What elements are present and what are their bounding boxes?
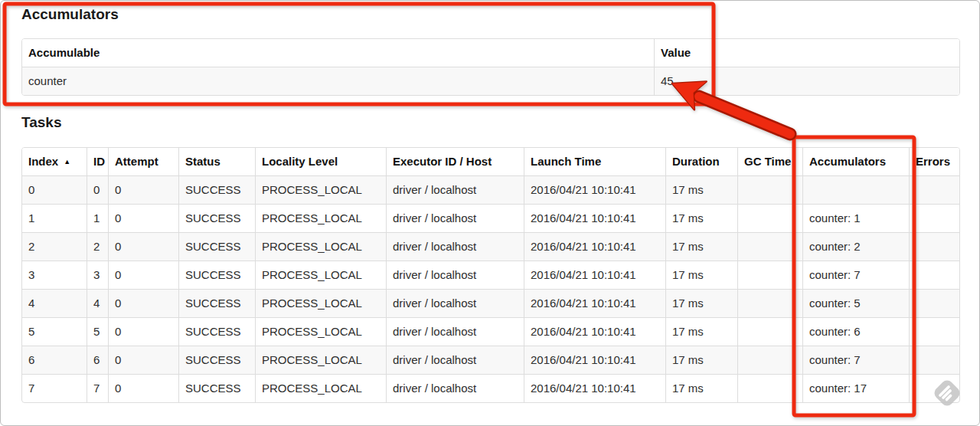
cell-locality: PROCESS_LOCAL [255,374,386,402]
col-header-duration[interactable]: Duration [665,148,737,175]
sort-ascending-icon: ▲ [64,158,70,165]
cell-launch-time: 2016/04/21 10:10:41 [524,317,665,346]
cell-gc-time [737,175,802,204]
cell-launch-time: 2016/04/21 10:10:41 [524,175,665,204]
cell-launch-time: 2016/04/21 10:10:41 [524,374,665,402]
cell-attempt: 0 [108,317,178,346]
cell-errors [909,317,960,346]
cell-executor: driver / localhost [386,261,524,289]
table-row: 220SUCCESSPROCESS_LOCALdriver / localhos… [22,232,960,261]
cell-executor: driver / localhost [386,289,524,317]
table-row: counter45 [22,67,960,95]
col-header-index[interactable]: Index▲ [22,148,87,175]
cell-accumulators: counter: 17 [802,374,909,402]
cell-launch-time: 2016/04/21 10:10:41 [524,346,665,374]
cell-id: 7 [87,374,108,402]
cell-index: 7 [22,374,87,402]
cell-status: SUCCESS [178,204,255,232]
cell-gc-time [737,374,802,402]
col-header-index-label: Index [28,155,58,168]
tasks-section-title: Tasks [21,114,61,131]
cell-locality: PROCESS_LOCAL [255,261,386,289]
col-header-executor-id-host[interactable]: Executor ID / Host [386,148,524,175]
cell-status: SUCCESS [178,232,255,261]
table-row: 660SUCCESSPROCESS_LOCALdriver / localhos… [22,346,960,374]
cell-id: 0 [87,175,108,204]
col-header-errors[interactable]: Errors [909,148,960,175]
cell-duration: 17 ms [665,232,737,261]
cell-locality: PROCESS_LOCAL [255,289,386,317]
cell-launch-time: 2016/04/21 10:10:41 [524,232,665,261]
cell-accumulators [802,175,909,204]
cell-attempt: 0 [108,374,178,402]
cell-id: 3 [87,261,108,289]
cell-accumulators: counter: 7 [802,261,909,289]
cell-attempt: 0 [108,346,178,374]
cell-errors [909,374,960,402]
cell-duration: 17 ms [665,175,737,204]
cell-gc-time [737,232,802,261]
cell-id: 5 [87,317,108,346]
table-row: 550SUCCESSPROCESS_LOCALdriver / localhos… [22,317,960,346]
cell-index: 6 [22,346,87,374]
cell-locality: PROCESS_LOCAL [255,175,386,204]
cell-gc-time [737,346,802,374]
cell-status: SUCCESS [178,346,255,374]
col-header-gc-time[interactable]: GC Time [737,148,802,175]
cell-launch-time: 2016/04/21 10:10:41 [524,261,665,289]
cell-executor: driver / localhost [386,232,524,261]
cell-accumulators: counter: 5 [802,289,909,317]
cell-locality: PROCESS_LOCAL [255,232,386,261]
table-row: 440SUCCESSPROCESS_LOCALdriver / localhos… [22,289,960,317]
table-row: 000SUCCESSPROCESS_LOCALdriver / localhos… [22,175,960,204]
cell-launch-time: 2016/04/21 10:10:41 [524,204,665,232]
cell-locality: PROCESS_LOCAL [255,346,386,374]
cell-attempt: 0 [108,261,178,289]
cell-duration: 17 ms [665,204,737,232]
cell-status: SUCCESS [178,374,255,402]
cell-accumulable: counter [22,67,654,95]
cell-gc-time [737,261,802,289]
cell-status: SUCCESS [178,175,255,204]
accumulators-table: Accumulable Value counter45 [21,38,960,96]
table-row: 110SUCCESSPROCESS_LOCALdriver / localhos… [22,204,960,232]
cell-id: 4 [87,289,108,317]
table-row: 770SUCCESSPROCESS_LOCALdriver / localhos… [22,374,960,402]
cell-gc-time [737,289,802,317]
cell-index: 3 [22,261,87,289]
cell-status: SUCCESS [178,317,255,346]
accumulators-header-row: Accumulable Value [22,39,960,67]
table-row: 330SUCCESSPROCESS_LOCALdriver / localhos… [22,261,960,289]
cell-executor: driver / localhost [386,317,524,346]
cell-executor: driver / localhost [386,204,524,232]
cell-attempt: 0 [108,232,178,261]
cell-accumulators: counter: 6 [802,317,909,346]
col-header-id[interactable]: ID [87,148,108,175]
col-header-locality-level[interactable]: Locality Level [255,148,386,175]
cell-index: 2 [22,232,87,261]
cell-duration: 17 ms [665,261,737,289]
col-header-launch-time[interactable]: Launch Time [524,148,665,175]
cell-executor: driver / localhost [386,175,524,204]
col-header-attempt[interactable]: Attempt [108,148,178,175]
cell-locality: PROCESS_LOCAL [255,204,386,232]
col-header-value: Value [654,39,960,67]
cell-id: 6 [87,346,108,374]
tasks-header-row: Index▲ ID Attempt Status Locality Level … [22,148,960,175]
col-header-status[interactable]: Status [178,148,255,175]
cell-errors [909,261,960,289]
col-header-accumulable: Accumulable [22,39,654,67]
cell-gc-time [737,204,802,232]
cell-index: 0 [22,175,87,204]
cell-executor: driver / localhost [386,374,524,402]
cell-accumulators: counter: 1 [802,204,909,232]
cell-errors [909,346,960,374]
cell-attempt: 0 [108,204,178,232]
cell-accumulators: counter: 7 [802,346,909,374]
col-header-accumulators[interactable]: Accumulators [802,148,909,175]
cell-status: SUCCESS [178,261,255,289]
cell-id: 2 [87,232,108,261]
cell-accumulators: counter: 2 [802,232,909,261]
cell-errors [909,232,960,261]
cell-duration: 17 ms [665,289,737,317]
